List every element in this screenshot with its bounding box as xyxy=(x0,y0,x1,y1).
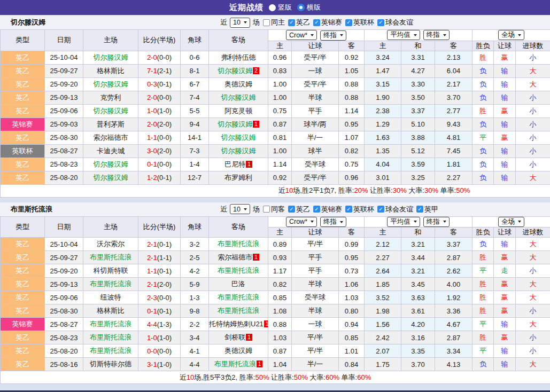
same-side-checkbox[interactable]: 同客 xyxy=(263,205,285,214)
away-team-cell: 托特纳姆热刺U211 xyxy=(209,318,268,331)
avg-source-select[interactable]: 平均值 xyxy=(387,217,420,227)
summary-row: 近10场,胜5平3负2, 胜率:50% 让胜率:50% 大率:60% 单率:60… xyxy=(1,371,550,384)
odds-away-cell: 0.95 xyxy=(339,251,365,264)
scope-select[interactable]: 全场 xyxy=(498,30,524,40)
result-handicap-cell: 输 xyxy=(494,344,516,358)
result-handicap-cell: 赢 xyxy=(494,251,516,264)
league-filter-checkbox[interactable]: ✓英锦赛 xyxy=(313,205,342,214)
odds-home-cell: 1.08 xyxy=(268,304,292,318)
same-side-checkbox[interactable]: 同主 xyxy=(263,18,285,27)
corners-cell: 12-7 xyxy=(181,171,209,184)
result-handicap-cell: 输 xyxy=(494,318,516,331)
page: 近期战绩 竖版 横版 切尔滕汉姆近10场同主✓英乙✓英锦赛✓英联杯✓球会友谊类型… xyxy=(0,0,550,392)
odds-source-select[interactable]: Crow* xyxy=(286,217,317,227)
result-goals-cell: 小 xyxy=(516,117,550,131)
column-subheader: 让球 xyxy=(292,41,339,51)
match-row: 英乙25-08-30索尔福德市1-1(0-0)14-1切尔滕汉姆0.81半/一1… xyxy=(1,131,550,144)
result-handicap-cell: 赢 xyxy=(494,331,516,344)
match-row: 英乙25-09-13克劳利2-0(0-0)7-4切尔滕汉姆1.00半球0.881… xyxy=(1,91,550,104)
away-team-cell: 索尔福德市1 xyxy=(209,251,268,264)
odds-away-cell: 1.14 xyxy=(339,104,365,117)
avg-away-cell: 3.34 xyxy=(435,344,472,358)
recent-count-select[interactable]: 10 xyxy=(230,204,250,214)
odds-away-cell: 0.94 xyxy=(339,318,365,331)
avg-stage-select[interactable]: 终指 xyxy=(423,217,450,227)
view-radio-vertical[interactable]: 竖版 xyxy=(269,3,292,12)
result-goals-cell: 小 xyxy=(516,331,550,344)
league-filter-checkbox[interactable]: ✓英联杯 xyxy=(345,205,374,214)
corners-cell: 3-2 xyxy=(181,238,209,251)
match-row: 英乙25-08-23布里斯托流浪1-0(1-0)3-4剑桥联11.03平/半0.… xyxy=(1,331,550,344)
odds-source-select[interactable]: Crow* xyxy=(286,30,317,40)
odds-home-cell: 0.81 xyxy=(268,131,292,144)
league-type-badge: 英锦赛 xyxy=(1,117,45,131)
league-filter-checkbox[interactable]: ✓英乙 xyxy=(288,18,310,27)
scope-select[interactable]: 全场 xyxy=(498,217,524,227)
handicap-line-cell: 半球 xyxy=(292,91,339,104)
league-filter-checkbox[interactable]: ✓英乙 xyxy=(288,205,310,214)
result-goals-cell: 大 xyxy=(516,291,550,304)
checkbox-checked-icon: ✓ xyxy=(377,206,384,213)
odds-stage-select[interactable]: 终指 xyxy=(320,30,346,41)
away-team-cell: 切尔滕汉姆2 xyxy=(209,64,268,77)
league-filter-checkbox[interactable]: ✓英甲 xyxy=(416,205,438,214)
league-filter-checkbox[interactable]: ✓球会友谊 xyxy=(377,205,413,214)
avg-away-cell: 4.67 xyxy=(435,318,472,331)
league-type-badge: 英乙 xyxy=(1,51,45,64)
results-table: 类型日期主场比分(半场)角球客场Crow*终指平均值终指全场主让球客主和客胜负让… xyxy=(0,29,550,198)
checkbox-checked-icon: ✓ xyxy=(345,206,352,213)
avg-source-select[interactable]: 平均值 xyxy=(387,30,420,40)
league-type-badge: 英乙 xyxy=(1,171,45,184)
result-handicap-cell: 输 xyxy=(494,358,516,371)
chevron-down-icon xyxy=(311,221,314,223)
column-subheader: 和 xyxy=(401,41,435,51)
section-filter-bar: 切尔滕汉姆近10场同主✓英乙✓英锦赛✓英联杯✓球会友谊 xyxy=(0,15,550,29)
home-team-cell: 沃尔索尔 xyxy=(83,238,138,251)
odds-home-cell: 0.92 xyxy=(268,171,292,184)
match-row: 英乙25-09-27格林斯比7-1(2-1)8-1切尔滕汉姆20.83一球1.0… xyxy=(1,64,550,77)
result-handicap-cell: 赢 xyxy=(494,131,516,144)
score-cell: 1-1(0-0) xyxy=(138,131,181,144)
avg-home-cell: 4.04 xyxy=(365,158,401,171)
odds-group-header: Crow*终指 xyxy=(268,30,365,41)
summary-text: 近10场,胜2平1负7, 胜率:20% 让胜率:30% 大率:30% 单率:50… xyxy=(1,184,550,197)
league-filter-checkbox[interactable]: ✓球会友谊 xyxy=(377,18,413,27)
view-radio-horizontal[interactable]: 横版 xyxy=(297,3,321,12)
avg-stage-select[interactable]: 终指 xyxy=(423,30,450,40)
avg-draw-cell: 3.31 xyxy=(401,51,435,64)
recent-count-select[interactable]: 10 xyxy=(230,18,250,28)
checkbox-label: 英乙 xyxy=(296,205,310,214)
odds-away-cell: 1.03 xyxy=(339,291,365,304)
away-team-cell: 切尔滕汉姆 xyxy=(209,144,268,158)
corners-cell: 3-4 xyxy=(181,331,209,344)
date-cell: 25-10-04 xyxy=(45,51,83,64)
checkbox-label: 英联杯 xyxy=(353,205,374,214)
match-row: 英乙25-09-27布里斯托流浪2-1(1-1)2-5索尔福德市10.93平手0… xyxy=(1,251,550,264)
home-team-cell: 切尔滕汉姆 xyxy=(83,77,138,91)
result-wdl-cell: 胜 xyxy=(472,51,494,64)
result-goals-cell: 小 xyxy=(516,158,550,171)
checkbox-checked-icon: ✓ xyxy=(416,206,423,213)
result-wdl-cell: 负 xyxy=(472,64,494,77)
league-type-badge: 英乙 xyxy=(1,77,45,91)
matches-label: 场 xyxy=(253,205,260,214)
result-wdl-cell: 胜 xyxy=(472,304,494,318)
odds-away-cell: 0.85 xyxy=(339,331,365,344)
league-filter-checkbox[interactable]: ✓英锦赛 xyxy=(313,18,342,27)
home-team-cell: 布里斯托流浪 xyxy=(83,251,138,264)
home-team-cell: 格林斯比 xyxy=(83,304,138,318)
result-handicap-cell: 走 xyxy=(494,264,516,278)
odds-home-cell: 1.00 xyxy=(268,77,292,91)
odds-stage-select[interactable]: 终指 xyxy=(320,217,346,227)
result-wdl-cell: 平 xyxy=(472,264,494,278)
red-card-badge: 1 xyxy=(257,360,263,367)
score-cell: 3-1(1-0) xyxy=(138,358,181,371)
odds-home-cell: 0.96 xyxy=(268,51,292,64)
column-header: 主场 xyxy=(83,30,138,51)
away-team-cell: 巴洛 xyxy=(209,278,268,291)
avg-draw-cell: 3.50 xyxy=(401,91,435,104)
column-header: 角球 xyxy=(181,30,209,51)
league-filter-checkbox[interactable]: ✓英联杯 xyxy=(345,18,374,27)
odds-home-cell: 0.87 xyxy=(268,344,292,358)
corners-cell: 2-5 xyxy=(181,251,209,264)
